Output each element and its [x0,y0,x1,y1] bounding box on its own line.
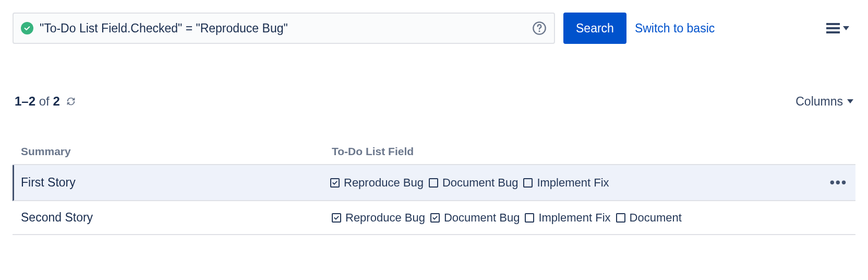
checkbox-checked-icon [332,213,341,223]
query-input-container[interactable] [13,13,555,44]
results-range: 1–2 of 2 [15,94,77,109]
search-bar: Search Switch to basic [13,13,855,44]
cell-summary[interactable]: Second Story [21,211,332,225]
checkbox-checked-icon [430,213,440,223]
checkbox-unchecked-icon [429,178,438,188]
todo-item: Implement Fix [523,176,609,190]
todo-label: Document Bug [442,176,519,190]
checkbox-unchecked-icon [616,213,625,223]
results-meta: 1–2 of 2 Columns [13,94,855,109]
todo-label: Implement Fix [537,176,609,190]
todo-item: Document [616,211,682,225]
table-row[interactable]: Second StoryReproduce BugDocument BugImp… [13,201,855,235]
query-input[interactable] [40,21,526,36]
todo-item: Reproduce Bug [330,176,424,190]
list-icon [826,23,840,33]
valid-check-icon [21,22,33,34]
svg-point-1 [538,30,540,32]
row-actions-menu[interactable]: ••• [822,174,847,191]
cell-todo: Reproduce BugDocument BugImplement FixDo… [332,211,847,225]
checkbox-checked-icon [330,178,340,188]
view-options-menu[interactable] [826,23,855,33]
todo-item: Reproduce Bug [332,211,425,225]
cell-summary[interactable]: First Story [21,176,330,190]
refresh-icon[interactable] [65,96,77,107]
checkbox-unchecked-icon [525,213,534,223]
todo-label: Document [630,211,682,225]
table-header: Summary To-Do List Field [13,139,855,165]
columns-dropdown[interactable]: Columns [795,95,853,109]
checkbox-unchecked-icon [523,178,533,188]
cell-todo: Reproduce BugDocument BugImplement Fix [330,176,822,190]
range-values: 1–2 [15,94,35,108]
todo-item: Document Bug [429,176,519,190]
total-count: 2 [53,94,59,108]
results-table: Summary To-Do List Field First StoryRepr… [13,139,855,235]
column-header-summary[interactable]: Summary [21,145,332,158]
todo-label: Document Bug [444,211,520,225]
switch-to-basic-link[interactable]: Switch to basic [635,21,715,36]
table-row[interactable]: First StoryReproduce BugDocument BugImpl… [13,165,855,201]
todo-label: Reproduce Bug [345,211,425,225]
help-icon[interactable] [532,21,547,36]
columns-label: Columns [795,95,843,109]
todo-item: Implement Fix [525,211,610,225]
column-header-todo[interactable]: To-Do List Field [332,145,847,158]
todo-label: Implement Fix [538,211,610,225]
chevron-down-icon [847,99,853,103]
of-label: of [39,94,50,108]
chevron-down-icon [843,26,849,30]
todo-label: Reproduce Bug [344,176,424,190]
search-button[interactable]: Search [563,13,626,44]
todo-item: Document Bug [430,211,520,225]
